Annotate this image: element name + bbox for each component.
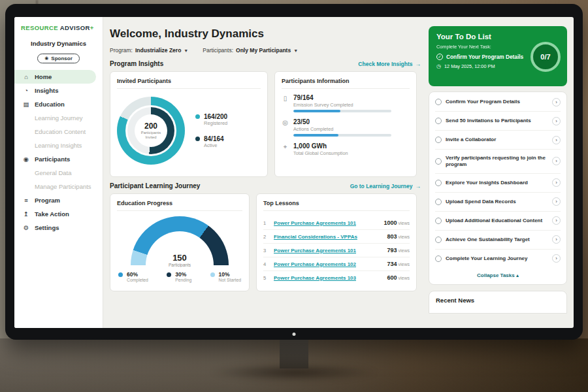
collapse-tasks-button[interactable]: Collapse Tasks ▴ bbox=[435, 268, 561, 284]
stat-actions: ◎ 23/50 Actions Completed bbox=[282, 118, 410, 137]
check-more-insights-link[interactable]: Check More Insights → bbox=[358, 61, 421, 67]
sidebar-item-settings[interactable]: ⚙ Settings bbox=[14, 221, 96, 235]
task-checkbox[interactable] bbox=[435, 158, 442, 165]
clock-icon: ◷ bbox=[436, 63, 441, 69]
card-title: Top Lessons bbox=[263, 200, 410, 211]
task-checkbox[interactable] bbox=[435, 255, 442, 262]
progress-bar bbox=[293, 110, 391, 112]
task-row[interactable]: Upload Spend Data Records › bbox=[435, 193, 561, 212]
lesson-row: 5 Power Purchase Agreements 103 600views bbox=[263, 271, 410, 284]
sidebar-item-manage-participants[interactable]: Manage Participants bbox=[14, 180, 96, 193]
sidebar-item-insights[interactable]: ◔ Insights bbox=[14, 84, 96, 97]
section-title-program-insights: Program Insights bbox=[110, 60, 163, 67]
program-filter[interactable]: Program: Industrialize Zero ▼ bbox=[110, 47, 188, 54]
chevron-right-icon[interactable]: › bbox=[552, 235, 561, 244]
invited-participants-card: Invited Participants 200 Participants In… bbox=[110, 71, 268, 177]
filter-bar: Program: Industrialize Zero ▼ Participan… bbox=[110, 47, 421, 54]
take-action-icon: ↥ bbox=[22, 210, 30, 218]
chevron-right-icon[interactable]: › bbox=[552, 157, 561, 165]
todo-title: Your To Do List bbox=[436, 33, 559, 41]
progress-fill bbox=[293, 134, 338, 137]
task-row[interactable]: Verify participants requesting to join t… bbox=[435, 150, 561, 174]
task-row[interactable]: Achieve One Sustainability Target › bbox=[435, 231, 561, 250]
task-row[interactable]: Complete Your Learning Journey › bbox=[435, 250, 561, 268]
task-row[interactable]: Explore Your Insights Dashboard › bbox=[435, 174, 561, 193]
sidebar-item-label: Settings bbox=[35, 224, 59, 231]
program-filter-value: Industrialize Zero bbox=[135, 47, 181, 54]
chevron-right-icon[interactable]: › bbox=[552, 136, 561, 144]
sidebar-item-program[interactable]: ≡ Program bbox=[14, 193, 96, 207]
app-logo: RESOURCE ADVISOR+ bbox=[14, 17, 103, 36]
recent-news-title: Recent News bbox=[436, 297, 560, 304]
emission-survey-icon: ▯ bbox=[282, 95, 289, 112]
legend-dot-active bbox=[195, 137, 200, 141]
sidebar-item-education-content[interactable]: Education Content bbox=[14, 125, 96, 139]
task-checkbox[interactable] bbox=[435, 118, 442, 124]
dashboard-screen: RESOURCE ADVISOR+ Industry Dynamics ◉ Sp… bbox=[14, 17, 574, 328]
sidebar-item-label: Manage Participants bbox=[35, 183, 91, 190]
sidebar: RESOURCE ADVISOR+ Industry Dynamics ◉ Sp… bbox=[14, 17, 103, 328]
chevron-right-icon[interactable]: › bbox=[552, 117, 561, 125]
task-row[interactable]: Confirm Your Program Details › bbox=[435, 93, 561, 112]
chevron-right-icon[interactable]: › bbox=[552, 178, 561, 187]
task-checkbox[interactable] bbox=[435, 218, 442, 224]
lesson-link[interactable]: Power Purchase Agreements 103 bbox=[274, 275, 382, 281]
sidebar-item-label: Learning Insights bbox=[35, 142, 82, 149]
sidebar-item-label: General Data bbox=[35, 169, 72, 176]
chevron-right-icon[interactable]: › bbox=[552, 254, 561, 263]
home-icon: ⌂ bbox=[22, 73, 30, 80]
sponsor-badge-label: Sponsor bbox=[51, 56, 72, 61]
chevron-right-icon[interactable]: › bbox=[552, 98, 561, 106]
participants-information-card: Participants Information ▯ 79/164 Emissi… bbox=[274, 71, 417, 177]
task-checkbox[interactable] bbox=[435, 199, 442, 205]
sidebar-item-label: Take Action bbox=[35, 210, 69, 218]
lesson-link[interactable]: Financial Considerations - VPPAs bbox=[274, 234, 382, 240]
chevron-down-icon: ▼ bbox=[293, 48, 298, 53]
education-progress-gauge: 150 Participants bbox=[131, 216, 229, 267]
gauge-center-label: Participants bbox=[131, 263, 229, 267]
task-checkbox[interactable] bbox=[435, 237, 442, 243]
chevron-right-icon[interactable]: › bbox=[552, 216, 561, 225]
progress-fill bbox=[293, 110, 340, 112]
sidebar-item-label: Education Content bbox=[35, 128, 86, 135]
invited-participants-donut: 200 Participants Invited bbox=[117, 97, 185, 165]
page-title: Welcome, Industry Dynamics bbox=[110, 27, 421, 41]
task-checkbox[interactable] bbox=[435, 99, 442, 105]
chevron-right-icon[interactable]: › bbox=[552, 197, 561, 206]
participants-icon: ◉ bbox=[22, 155, 30, 163]
lesson-link[interactable]: Power Purchase Agreements 102 bbox=[274, 261, 382, 267]
sidebar-item-learning-journey[interactable]: Learning Journey bbox=[14, 111, 96, 125]
participants-filter[interactable]: Participants: Only My Participants ▼ bbox=[203, 47, 298, 54]
task-row[interactable]: Send 50 Invitations to Participants › bbox=[435, 112, 561, 131]
sidebar-item-label: Learning Journey bbox=[35, 114, 82, 122]
legend-dot-registered bbox=[195, 114, 200, 119]
sidebar-item-general-data[interactable]: General Data bbox=[14, 166, 96, 180]
todo-tasks-card: Confirm Your Program Details › Send 50 I… bbox=[429, 91, 567, 285]
legend-dot-completed bbox=[118, 272, 123, 277]
lesson-row: 2 Financial Considerations - VPPAs 803vi… bbox=[263, 230, 410, 244]
sidebar-item-learning-insights[interactable]: Learning Insights bbox=[14, 139, 96, 152]
sidebar-item-home[interactable]: ⌂ Home bbox=[14, 70, 96, 84]
sidebar-item-label: Insights bbox=[35, 87, 58, 94]
go-to-learning-journey-link[interactable]: Go to Learning Journey → bbox=[350, 183, 421, 189]
org-name: Industry Dynamics bbox=[14, 36, 103, 50]
todo-progress-badge: 0/7 bbox=[531, 42, 561, 72]
card-title: Education Progress bbox=[117, 200, 242, 211]
sidebar-item-education[interactable]: ▤ Education bbox=[14, 97, 96, 111]
donut-center-label: Participants Invited bbox=[137, 131, 165, 140]
arrow-right-icon: → bbox=[416, 183, 421, 189]
lesson-link[interactable]: Power Purchase Agreements 101 bbox=[274, 220, 379, 226]
recent-news-card: Recent News bbox=[429, 291, 567, 314]
logo-plus: + bbox=[90, 24, 94, 31]
task-checkbox[interactable] bbox=[435, 180, 442, 186]
sidebar-item-participants[interactable]: ◉ Participants bbox=[14, 152, 96, 166]
task-row[interactable]: Upload Additional Educational Content › bbox=[435, 212, 561, 231]
task-row[interactable]: Invite a Collaborator › bbox=[435, 131, 561, 150]
sidebar-item-label: Program bbox=[35, 197, 60, 204]
sidebar-item-take-action[interactable]: ↥ Take Action bbox=[14, 207, 96, 221]
lesson-link[interactable]: Power Purchase Agreements 101 bbox=[274, 248, 382, 253]
card-title: Participants Information bbox=[282, 78, 410, 89]
sidebar-item-label: Education bbox=[35, 101, 65, 108]
task-checkbox[interactable] bbox=[435, 137, 442, 143]
link-label: Go to Learning Journey bbox=[350, 183, 413, 189]
